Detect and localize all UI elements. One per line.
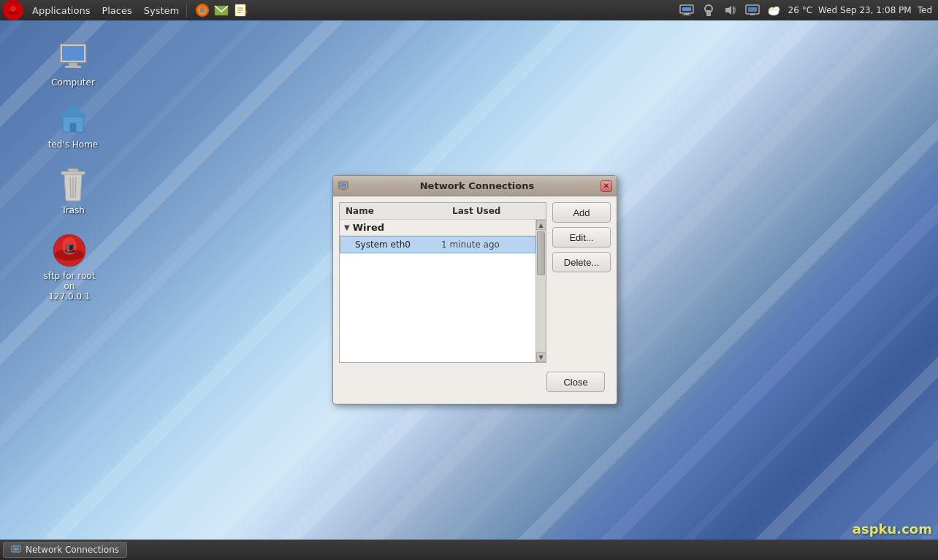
watermark-text1: aspku <box>853 521 897 537</box>
taskbar-right-area: 26 °C Wed Sep 23, 1:08 PM Ted <box>679 2 938 18</box>
svg-marker-19 <box>725 6 731 15</box>
trash-icon-img <box>56 167 91 202</box>
connection-eth0-name: System eth0 <box>355 239 441 250</box>
svg-rect-21 <box>748 7 757 12</box>
svg-marker-32 <box>58 104 88 118</box>
col-last-used-header: Last Used <box>452 206 540 216</box>
sftp-icon-label: sftp for root on 127.0.0.1 <box>43 271 96 302</box>
keyring-icon[interactable] <box>701 2 717 18</box>
svg-line-35 <box>70 177 71 198</box>
svg-rect-45 <box>340 183 346 187</box>
separator-1 <box>186 3 187 18</box>
watermark: aspku.com <box>853 521 932 537</box>
taskbar-top: Applications Places System <box>0 0 938 20</box>
close-button[interactable]: Close <box>546 372 605 392</box>
svg-point-2 <box>10 6 16 12</box>
svg-rect-28 <box>69 63 77 66</box>
category-wired-name: Wired <box>353 222 384 233</box>
taskbar-window-network-icon <box>11 545 21 555</box>
svg-rect-13 <box>682 7 691 11</box>
computer-icon-img <box>56 39 91 74</box>
svg-line-37 <box>75 177 76 198</box>
desktop-icon-home[interactable]: ted's Home <box>44 99 102 153</box>
volume-icon[interactable] <box>722 2 739 18</box>
menu-places[interactable]: Places <box>96 0 137 20</box>
trash-icon-label: Trash <box>47 205 99 215</box>
menu-system[interactable]: System <box>138 0 185 20</box>
taskbar-bottom: Network Connections <box>0 540 938 560</box>
distro-logo[interactable] <box>3 0 23 20</box>
watermark-text2: .com <box>896 521 932 537</box>
scrollbar-track: ▲ ▼ <box>535 220 546 362</box>
weather-icon[interactable] <box>766 2 782 18</box>
action-buttons: Add Edit... Delete... <box>552 202 611 363</box>
dialog-titlebar: Network Connections ✕ <box>333 176 617 196</box>
weather-temp: 26 °C <box>788 5 812 15</box>
display-icon[interactable] <box>744 2 760 18</box>
connections-items: ▼ Wired System eth0 1 minute ago <box>340 220 535 362</box>
svg-rect-14 <box>685 13 689 15</box>
dialog-main: Name Last Used ▼ Wired System <box>339 202 611 363</box>
svg-rect-31 <box>70 123 76 132</box>
dialog-title-icon <box>338 180 349 192</box>
connections-header: Name Last Used <box>340 203 546 220</box>
edit-button[interactable]: Edit... <box>552 227 611 248</box>
email-icon[interactable] <box>213 2 229 18</box>
home-icon-img <box>56 101 91 137</box>
desktop-icon-computer[interactable]: Computer <box>44 37 102 91</box>
firefox-icon[interactable] <box>194 2 210 18</box>
category-wired-arrow[interactable]: ▼ <box>344 223 350 231</box>
scrollbar-up-button[interactable]: ▲ <box>536 220 546 230</box>
datetime-display: Wed Sep 23, 1:08 PM <box>818 5 912 15</box>
username-display: Ted <box>918 5 932 15</box>
editor-icon[interactable] <box>232 2 248 18</box>
sftp-icon-img: 🎩 <box>52 233 87 268</box>
scrollbar-down-button[interactable]: ▼ <box>536 352 546 362</box>
desktop-icon-sftp[interactable]: 🎩 sftp for root on 127.0.0.1 <box>40 230 99 304</box>
network-connections-dialog: Network Connections ✕ Name Last Used ▼ <box>332 175 617 404</box>
connection-system-eth0[interactable]: System eth0 1 minute ago <box>340 236 535 253</box>
svg-rect-15 <box>682 15 691 15</box>
dialog-bottom: Close <box>339 369 611 398</box>
connections-scroll-area: ▼ Wired System eth0 1 minute ago ▲ <box>340 220 546 362</box>
desktop-icon-trash[interactable]: Trash <box>44 164 102 218</box>
svg-text:🎩: 🎩 <box>64 242 77 255</box>
add-button[interactable]: Add <box>552 202 611 223</box>
category-wired[interactable]: ▼ Wired <box>340 220 535 236</box>
dialog-close-button[interactable]: ✕ <box>600 180 612 192</box>
dialog-title-text: Network Connections <box>354 180 600 191</box>
desktop: Applications Places System <box>0 0 938 560</box>
home-icon-label: ted's Home <box>47 139 99 150</box>
dialog-content: Name Last Used ▼ Wired System <box>333 196 617 404</box>
svg-point-25 <box>769 9 779 15</box>
svg-rect-49 <box>13 548 19 551</box>
taskbar-window-network-label: Network Connections <box>26 545 119 555</box>
svg-rect-33 <box>68 169 78 172</box>
svg-rect-34 <box>61 172 85 174</box>
svg-rect-46 <box>342 188 345 190</box>
svg-rect-27 <box>62 46 84 61</box>
svg-rect-47 <box>340 190 346 191</box>
svg-rect-22 <box>750 14 755 15</box>
menu-applications[interactable]: Applications <box>26 0 96 20</box>
taskbar-window-network[interactable]: Network Connections <box>3 542 127 558</box>
scrollbar-thumb-area <box>536 230 546 352</box>
connections-list: Name Last Used ▼ Wired System <box>339 202 546 363</box>
scrollbar-thumb[interactable] <box>537 231 545 275</box>
quick-launch <box>194 2 248 18</box>
col-name-header: Name <box>346 206 452 216</box>
svg-rect-29 <box>65 66 81 68</box>
svg-rect-18 <box>708 12 709 15</box>
computer-icon-label: Computer <box>47 77 99 88</box>
connection-eth0-last-used: 1 minute ago <box>441 239 529 250</box>
network-icon[interactable] <box>679 2 695 18</box>
delete-button[interactable]: Delete... <box>552 252 611 272</box>
